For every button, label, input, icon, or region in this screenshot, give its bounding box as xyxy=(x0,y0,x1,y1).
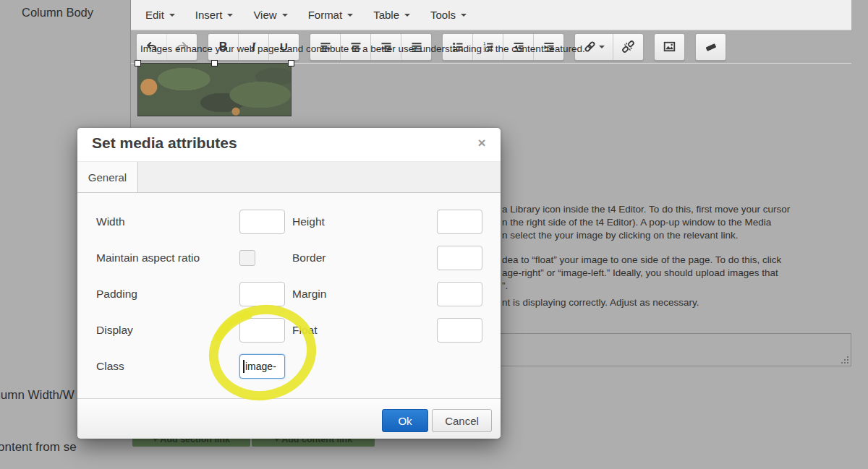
ok-button[interactable]: Ok xyxy=(382,409,428,432)
width-input[interactable] xyxy=(239,210,285,234)
padding-label: Padding xyxy=(96,282,137,306)
maintain-aspect-ratio-label: Maintain aspect ratio xyxy=(96,246,200,270)
link-icon xyxy=(584,40,596,53)
help-text-line: n the right side of the t4 Editor). A po… xyxy=(502,217,771,228)
chevron-down-icon xyxy=(599,46,605,48)
help-text-line: age-right” or “image-left.” Ideally, you… xyxy=(502,267,778,278)
chevron-down-icon xyxy=(227,14,233,17)
help-text-line: dea to “float” your image to one side of… xyxy=(502,254,781,265)
help-text-line: n select the your image by clicking on t… xyxy=(502,230,738,241)
eraser-group xyxy=(695,33,726,61)
dialog-tabstrip: General xyxy=(77,161,501,193)
menu-insert[interactable]: Insert xyxy=(185,0,244,30)
padding-input[interactable] xyxy=(239,282,285,306)
resize-handle[interactable] xyxy=(211,60,218,66)
width-label: Width xyxy=(96,210,125,234)
dialog-body: Width Height Maintain aspect ratio Borde… xyxy=(77,192,501,399)
resize-grip-icon[interactable] xyxy=(841,356,849,364)
screen: Column Body lumn Width/W ontent from se … xyxy=(0,0,868,469)
insert-image-button[interactable] xyxy=(655,34,684,60)
chevron-down-icon xyxy=(347,14,353,17)
resize-handle[interactable] xyxy=(288,60,294,66)
content-from-label: ontent from se xyxy=(0,440,77,455)
dialog-footer: Ok Cancel xyxy=(77,398,501,439)
remove-formatting-button[interactable] xyxy=(696,34,726,60)
margin-input[interactable] xyxy=(437,282,482,306)
menu-tools[interactable]: Tools xyxy=(420,0,477,30)
column-width-label: lumn Width/W xyxy=(0,388,75,403)
chevron-down-icon xyxy=(169,14,175,17)
float-label: Float xyxy=(292,318,317,343)
set-media-attributes-dialog: Set media attributes × General Width Hei… xyxy=(77,128,501,439)
dialog-title: Set media attributes xyxy=(92,134,237,152)
selected-image[interactable] xyxy=(137,63,292,116)
text-cursor xyxy=(243,360,244,373)
image-icon xyxy=(663,40,676,53)
maintain-aspect-ratio-checkbox[interactable] xyxy=(239,250,255,266)
class-label: Class xyxy=(96,354,124,379)
eraser-icon xyxy=(705,40,717,53)
column-body-label: Column Body xyxy=(22,6,93,20)
resize-handle[interactable] xyxy=(135,60,141,66)
help-text-line: ”. xyxy=(502,280,508,291)
editor-menubar: Edit Insert View Format Table Tools xyxy=(131,0,851,30)
display-input[interactable] xyxy=(239,318,285,343)
help-text-line: nt is displaying correctly. Adjust as ne… xyxy=(502,297,699,308)
chevron-down-icon xyxy=(461,14,467,17)
menu-table[interactable]: Table xyxy=(363,0,420,30)
editor-paragraph[interactable]: Images enhance your web pages and contri… xyxy=(140,43,585,54)
margin-label: Margin xyxy=(292,282,326,306)
display-label: Display xyxy=(96,318,133,343)
chevron-down-icon xyxy=(282,14,288,17)
height-input[interactable] xyxy=(437,210,482,234)
menu-edit[interactable]: Edit xyxy=(135,0,185,30)
image-group xyxy=(654,33,685,61)
float-input[interactable] xyxy=(437,318,482,343)
remove-link-button[interactable] xyxy=(613,34,643,60)
cancel-button[interactable]: Cancel xyxy=(432,409,492,432)
dialog-header: Set media attributes × xyxy=(77,128,501,162)
menu-format[interactable]: Format xyxy=(298,0,364,30)
close-icon[interactable]: × xyxy=(474,135,490,151)
border-label: Border xyxy=(292,246,326,270)
chevron-down-icon xyxy=(404,14,410,17)
class-input[interactable] xyxy=(239,354,285,379)
help-text-line: a Library icon inside the t4 Editor. To … xyxy=(502,204,790,215)
unlink-icon xyxy=(622,40,634,53)
border-input[interactable] xyxy=(437,246,482,270)
menu-view[interactable]: View xyxy=(243,0,297,30)
height-label: Height xyxy=(292,210,325,234)
tab-general[interactable]: General xyxy=(77,162,138,192)
